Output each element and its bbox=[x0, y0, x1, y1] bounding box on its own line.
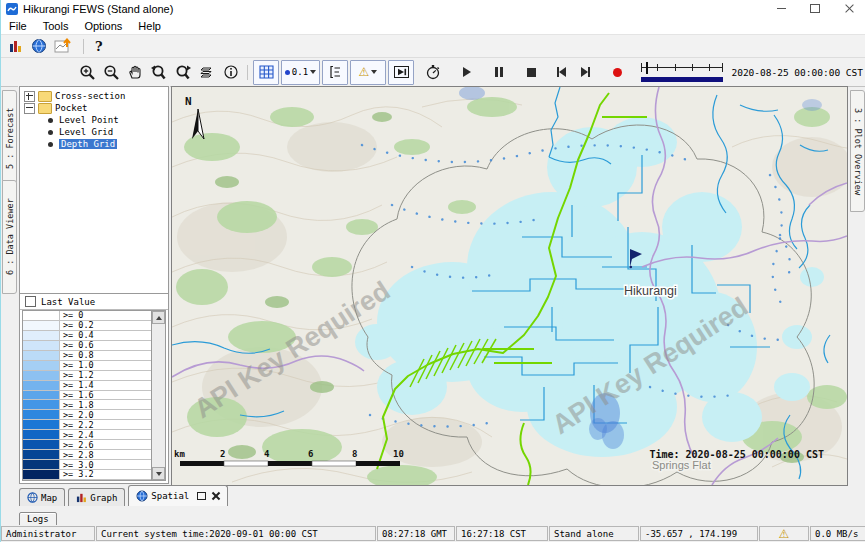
status-throughput: 0.0 MB/s bbox=[810, 526, 865, 541]
zoom-previous-icon[interactable] bbox=[147, 61, 171, 84]
toolbar-separator bbox=[83, 39, 84, 54]
node-bullet-icon bbox=[48, 130, 53, 135]
info-icon[interactable] bbox=[219, 61, 243, 84]
svg-text:2: 2 bbox=[220, 449, 225, 459]
explorer-icon[interactable] bbox=[8, 38, 24, 54]
expand-icon[interactable] bbox=[24, 91, 35, 102]
status-warning[interactable]: ⚠ bbox=[759, 526, 809, 541]
play-icon[interactable] bbox=[455, 61, 479, 84]
tab-maximize-icon[interactable] bbox=[197, 492, 206, 500]
legend-scrollbar[interactable] bbox=[151, 311, 165, 480]
bar-chart-icon bbox=[76, 492, 87, 503]
app-window: Hikurangi FEWS (Stand alone) File Tools … bbox=[0, 0, 865, 542]
place-label-hikurangi: Hikurangi bbox=[624, 284, 677, 298]
class-dot-icon bbox=[285, 70, 290, 75]
animation-icon[interactable] bbox=[388, 60, 414, 85]
help-icon[interactable]: ? bbox=[95, 39, 103, 54]
scroll-up-icon[interactable] bbox=[152, 311, 165, 324]
tab-spatial[interactable]: Spatial bbox=[128, 485, 228, 506]
step-forward-icon[interactable] bbox=[573, 61, 597, 84]
folder-icon bbox=[38, 91, 52, 102]
tab-plot-overview[interactable]: 3 : Plot Overview bbox=[850, 90, 865, 212]
layers-panel: Cross-section Pocket Level Point Level G… bbox=[18, 86, 170, 485]
legend-class-list: >= 0 >= 0.2 >= 0.4 >= 0.6 >= 0.8 >= 1.0 … bbox=[22, 310, 166, 481]
timeseries-icon[interactable] bbox=[54, 38, 72, 54]
zoom-in-icon[interactable] bbox=[75, 61, 99, 84]
record-icon[interactable] bbox=[605, 61, 629, 84]
svg-text:N: N bbox=[185, 95, 192, 108]
tree-item-level-grid[interactable]: Level Grid bbox=[20, 126, 168, 138]
globe-icon bbox=[136, 490, 148, 502]
warning-icon: ⚠ bbox=[779, 528, 790, 540]
layer-tree: Cross-section Pocket Level Point Level G… bbox=[19, 86, 169, 296]
toolbar-separator bbox=[247, 65, 248, 80]
legend-panel: Last Value >= 0 >= 0.2 >= 0.4 >= 0.6 >= … bbox=[19, 293, 169, 484]
map-canvas[interactable]: API Key Required API Key Required Hikura… bbox=[171, 86, 848, 486]
tree-item-cross-section[interactable]: Cross-section bbox=[20, 90, 168, 102]
svg-text:8: 8 bbox=[352, 449, 357, 459]
status-local-time: 16:27:18 CST bbox=[456, 526, 548, 541]
maximize-icon[interactable] bbox=[798, 0, 832, 17]
pan-hand-icon[interactable] bbox=[123, 61, 147, 84]
collapse-icon[interactable] bbox=[24, 103, 35, 114]
content-area: 5 : Forecast 6 : Data Viewer 3 : Plot Ov… bbox=[1, 86, 865, 485]
stop-icon[interactable] bbox=[519, 61, 543, 84]
title-bar: Hikurangi FEWS (Stand alone) bbox=[1, 0, 865, 17]
globe-icon bbox=[27, 492, 38, 503]
classification-icon[interactable] bbox=[322, 60, 348, 85]
scroll-down-icon[interactable] bbox=[152, 467, 165, 480]
bottom-tab-bar: Map Graph Spatial bbox=[19, 486, 228, 506]
layers-icon[interactable] bbox=[195, 61, 219, 84]
menu-options[interactable]: Options bbox=[76, 19, 130, 33]
tab-close-icon[interactable] bbox=[212, 492, 220, 500]
zoom-out-icon[interactable] bbox=[99, 61, 123, 84]
menu-help[interactable]: Help bbox=[130, 19, 169, 33]
close-icon[interactable] bbox=[832, 0, 865, 17]
spatial-display-icon[interactable] bbox=[31, 38, 47, 54]
menu-tools[interactable]: Tools bbox=[35, 19, 77, 33]
warning-icon: ⚠ bbox=[359, 66, 370, 78]
window-title: Hikurangi FEWS (Stand alone) bbox=[23, 3, 173, 15]
time-slider[interactable] bbox=[641, 60, 723, 84]
tree-item-pocket[interactable]: Pocket bbox=[20, 102, 168, 114]
threshold-value: 0.1 bbox=[292, 67, 308, 77]
pause-icon[interactable] bbox=[487, 61, 511, 84]
svg-text:6: 6 bbox=[308, 449, 313, 459]
tab-data-viewer[interactable]: 6 : Data Viewer bbox=[2, 180, 17, 294]
grid-display-icon[interactable] bbox=[253, 60, 279, 85]
step-back-icon[interactable] bbox=[549, 61, 573, 84]
chevron-down-icon bbox=[371, 70, 377, 74]
map-toolbar: 0.1 ⚠ 2020-08-25 bbox=[1, 58, 865, 87]
legend-row[interactable]: >= 3.2 bbox=[23, 470, 152, 480]
status-coordinates: -35.657 , 174.199 bbox=[640, 526, 758, 541]
zoom-next-icon[interactable] bbox=[171, 61, 195, 84]
place-label-springs-flat: Springs Flat bbox=[652, 459, 711, 471]
map-time-label: Time: 2020-08-25 00:00:00 CST bbox=[649, 449, 824, 460]
node-bullet-icon bbox=[48, 118, 53, 123]
chevron-down-icon bbox=[310, 70, 316, 74]
tab-graph[interactable]: Graph bbox=[68, 488, 125, 506]
last-value-checkbox[interactable] bbox=[25, 296, 36, 307]
main-toolbar: ? bbox=[1, 35, 865, 58]
status-user: Administrator bbox=[1, 526, 95, 541]
thresholds-warning-dropdown[interactable]: ⚠ bbox=[350, 60, 386, 85]
app-icon bbox=[6, 3, 18, 15]
status-gmt-time: 08:27:18 GMT bbox=[377, 526, 455, 541]
status-mode: Stand alone bbox=[549, 526, 639, 541]
tree-item-level-point[interactable]: Level Point bbox=[20, 114, 168, 126]
svg-text:km: km bbox=[174, 449, 185, 459]
time-slider-range bbox=[641, 77, 723, 82]
svg-text:4: 4 bbox=[264, 449, 270, 459]
time-slider-handle[interactable] bbox=[646, 62, 648, 74]
tab-forecast[interactable]: 5 : Forecast bbox=[2, 90, 17, 186]
menu-file[interactable]: File bbox=[1, 19, 35, 33]
svg-text:10: 10 bbox=[393, 449, 404, 459]
tab-map[interactable]: Map bbox=[19, 488, 65, 506]
tree-item-depth-grid[interactable]: Depth Grid bbox=[20, 138, 168, 150]
contour-threshold-dropdown[interactable]: 0.1 bbox=[281, 60, 320, 85]
minimize-icon[interactable] bbox=[764, 0, 798, 17]
folder-icon bbox=[38, 103, 52, 114]
timer-icon[interactable] bbox=[421, 61, 445, 84]
last-value-label: Last Value bbox=[41, 297, 95, 307]
menu-bar: File Tools Options Help bbox=[1, 17, 865, 35]
